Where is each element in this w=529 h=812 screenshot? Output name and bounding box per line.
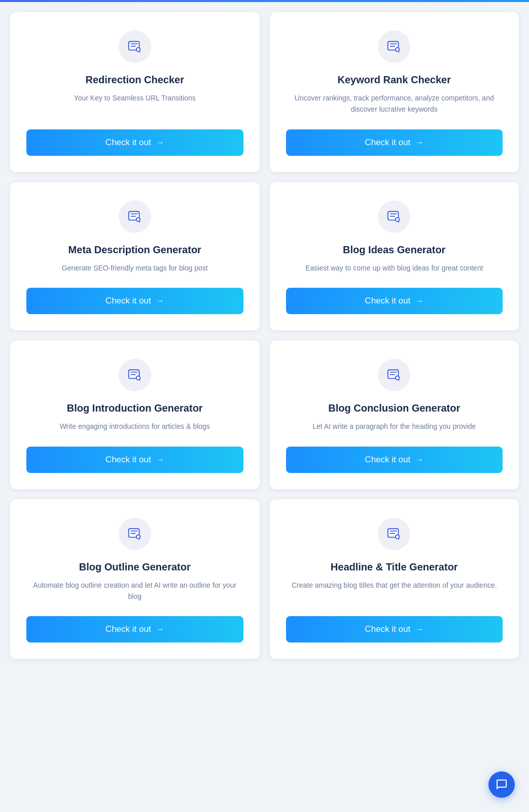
card-keyword-rank-checker: Keyword Rank Checker Uncover rankings, t… bbox=[270, 12, 519, 172]
arrow-icon-blog-ideas-generator: → bbox=[415, 296, 424, 306]
card-desc-keyword-rank-checker: Uncover rankings, track performance, ana… bbox=[286, 92, 503, 115]
svg-point-15 bbox=[396, 218, 400, 222]
card-icon-blog-introduction-generator bbox=[119, 359, 151, 391]
card-desc-meta-description-generator: Generate SEO-friendly meta tags for blog… bbox=[62, 262, 208, 274]
card-headline-title-generator: Headline & Title Generator Create amazin… bbox=[270, 499, 519, 659]
check-button-blog-ideas-generator[interactable]: Check it out → bbox=[286, 288, 503, 314]
card-title-meta-description-generator: Meta Description Generator bbox=[68, 243, 201, 256]
svg-point-27 bbox=[136, 534, 140, 538]
card-icon-blog-outline-generator bbox=[119, 518, 151, 550]
arrow-icon-blog-outline-generator: → bbox=[156, 625, 164, 634]
arrow-icon-blog-conclusion-generator: → bbox=[415, 455, 424, 464]
card-desc-headline-title-generator: Create amazing blog titles that get the … bbox=[292, 580, 497, 602]
card-title-keyword-rank-checker: Keyword Rank Checker bbox=[338, 73, 451, 86]
check-button-label-keyword-rank-checker: Check it out bbox=[365, 138, 410, 148]
card-icon-blog-ideas-generator bbox=[378, 200, 410, 233]
svg-point-19 bbox=[136, 376, 140, 380]
check-button-headline-title-generator[interactable]: Check it out → bbox=[286, 616, 503, 642]
check-button-label-blog-outline-generator: Check it out bbox=[105, 624, 151, 634]
card-icon-keyword-rank-checker bbox=[378, 30, 410, 63]
card-meta-description-generator: Meta Description Generator Generate SEO-… bbox=[10, 182, 260, 330]
card-blog-outline-generator: Blog Outline Generator Automate blog out… bbox=[10, 499, 260, 659]
card-desc-redirection-checker: Your Key to Seamless URL Transitions bbox=[74, 92, 196, 115]
check-button-label-redirection-checker: Check it out bbox=[105, 138, 151, 148]
card-desc-blog-outline-generator: Automate blog outline creation and let A… bbox=[26, 580, 243, 602]
svg-point-31 bbox=[396, 534, 400, 538]
check-button-label-blog-ideas-generator: Check it out bbox=[365, 296, 410, 306]
card-blog-conclusion-generator: Blog Conclusion Generator Let AI write a… bbox=[270, 341, 519, 489]
card-redirection-checker: Redirection Checker Your Key to Seamless… bbox=[10, 12, 260, 172]
svg-point-23 bbox=[396, 376, 400, 380]
card-icon-blog-conclusion-generator bbox=[378, 359, 410, 391]
svg-point-3 bbox=[136, 48, 140, 52]
check-button-blog-introduction-generator[interactable]: Check it out → bbox=[26, 447, 243, 473]
check-button-redirection-checker[interactable]: Check it out → bbox=[26, 129, 243, 156]
card-title-redirection-checker: Redirection Checker bbox=[85, 73, 184, 86]
arrow-icon-headline-title-generator: → bbox=[415, 625, 424, 634]
check-button-keyword-rank-checker[interactable]: Check it out → bbox=[286, 129, 503, 156]
card-title-blog-ideas-generator: Blog Ideas Generator bbox=[343, 243, 445, 256]
check-button-blog-conclusion-generator[interactable]: Check it out → bbox=[286, 447, 503, 473]
card-title-blog-introduction-generator: Blog Introduction Generator bbox=[67, 401, 203, 415]
svg-point-11 bbox=[136, 218, 140, 222]
check-button-label-blog-introduction-generator: Check it out bbox=[105, 455, 151, 465]
fab-button[interactable] bbox=[488, 771, 515, 798]
card-title-headline-title-generator: Headline & Title Generator bbox=[331, 560, 458, 573]
check-button-label-blog-conclusion-generator: Check it out bbox=[365, 455, 410, 465]
card-desc-blog-introduction-generator: Write engaging introductions for article… bbox=[60, 421, 210, 432]
card-blog-ideas-generator: Blog Ideas Generator Easiest way to come… bbox=[270, 182, 519, 330]
card-title-blog-conclusion-generator: Blog Conclusion Generator bbox=[328, 401, 460, 415]
card-icon-redirection-checker bbox=[119, 30, 151, 63]
arrow-icon-blog-introduction-generator: → bbox=[156, 455, 164, 464]
card-icon-meta-description-generator bbox=[119, 200, 151, 233]
card-title-blog-outline-generator: Blog Outline Generator bbox=[79, 560, 191, 573]
cards-grid: Redirection Checker Your Key to Seamless… bbox=[0, 2, 529, 669]
check-button-blog-outline-generator[interactable]: Check it out → bbox=[26, 616, 243, 642]
card-icon-headline-title-generator bbox=[378, 518, 410, 550]
arrow-icon-meta-description-generator: → bbox=[156, 296, 164, 306]
svg-point-7 bbox=[396, 48, 400, 52]
check-button-meta-description-generator[interactable]: Check it out → bbox=[26, 288, 243, 314]
check-button-label-meta-description-generator: Check it out bbox=[105, 296, 151, 306]
arrow-icon-keyword-rank-checker: → bbox=[415, 138, 424, 147]
card-desc-blog-ideas-generator: Easiest way to come up with blog ideas f… bbox=[305, 262, 483, 274]
card-desc-blog-conclusion-generator: Let AI write a paragraph for the heading… bbox=[312, 421, 476, 432]
check-button-label-headline-title-generator: Check it out bbox=[365, 624, 410, 634]
arrow-icon-redirection-checker: → bbox=[156, 138, 164, 147]
card-blog-introduction-generator: Blog Introduction Generator Write engagi… bbox=[10, 341, 260, 489]
